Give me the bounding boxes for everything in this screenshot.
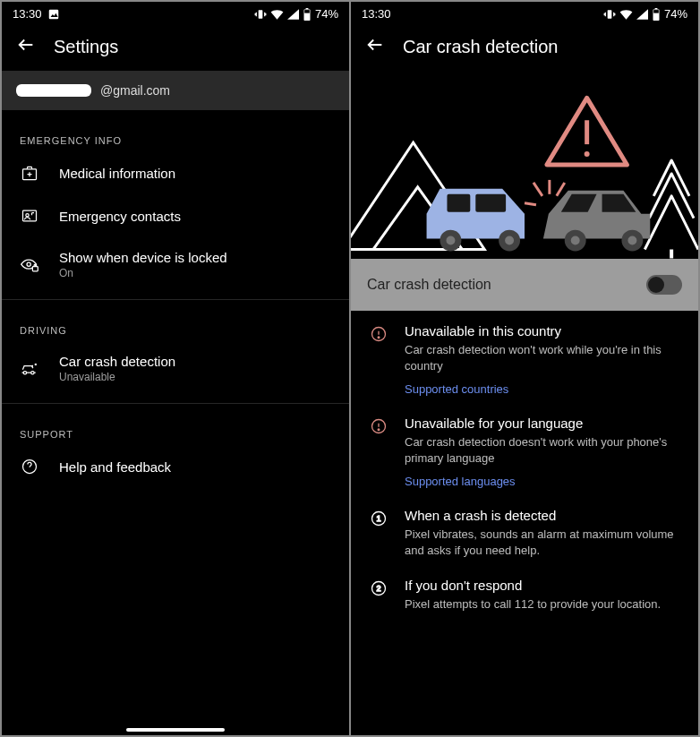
status-bar: 13:30 74% (351, 2, 698, 26)
visibility-lock-icon (20, 256, 39, 274)
wifi-icon (619, 9, 633, 20)
svg-rect-2 (259, 10, 263, 18)
detail-title: Unavailable in this country (405, 323, 680, 339)
svg-point-9 (26, 214, 29, 217)
row-label: Car crash detection (59, 354, 175, 369)
svg-rect-6 (304, 10, 310, 13)
svg-point-32 (505, 236, 514, 245)
gray-car-illustration (543, 191, 650, 252)
gesture-nav-handle[interactable] (126, 728, 225, 732)
row-label: Medical information (59, 166, 175, 181)
svg-rect-28 (475, 194, 506, 212)
section-header-driving: DRIVING (2, 300, 349, 341)
no-respond-row: 2 If you don't respond Pixel attempts to… (351, 565, 698, 620)
status-time: 13:30 (362, 7, 391, 21)
section-header-support: SUPPORT (2, 404, 349, 445)
svg-rect-11 (32, 266, 38, 270)
info-error-icon (369, 323, 388, 396)
page-title: Car crash detection (403, 37, 558, 57)
svg-point-42 (378, 429, 380, 431)
toggle-switch[interactable] (646, 275, 682, 295)
detail-title: Unavailable for your language (405, 416, 680, 431)
app-bar: Car crash detection (351, 26, 698, 71)
help-feedback-row[interactable]: Help and feedback (2, 445, 349, 488)
back-button[interactable] (365, 35, 385, 58)
unavailable-country-row: Unavailable in this country Car crash de… (351, 311, 698, 403)
info-error-icon (369, 416, 388, 488)
svg-point-22 (585, 151, 590, 157)
battery-icon (652, 8, 661, 21)
svg-rect-5 (306, 8, 309, 9)
battery-icon (303, 8, 312, 21)
crash-detected-row: 1 When a crash is detected Pixel vibrate… (351, 495, 698, 565)
detail-title: When a crash is detected (405, 508, 680, 523)
wifi-icon (270, 9, 284, 20)
detail-body: Pixel vibrates, sounds an alarm at maxim… (405, 527, 680, 558)
svg-point-13 (31, 371, 34, 373)
svg-line-25 (557, 183, 565, 196)
svg-rect-0 (48, 9, 58, 19)
unavailable-language-row: Unavailable for your language Car crash … (351, 403, 698, 495)
svg-point-10 (27, 262, 30, 266)
settings-screen: 13:30 74% Settings @gmail.com EMERGENCY … (2, 2, 349, 735)
detail-body: Pixel attempts to call 112 to provide yo… (405, 596, 680, 613)
step-1-icon: 1 (369, 508, 388, 558)
app-bar: Settings (2, 26, 349, 71)
row-label: Help and feedback (59, 459, 171, 475)
status-time: 13:30 (13, 7, 42, 21)
row-sublabel: Unavailable (59, 371, 175, 383)
detail-title: If you don't respond (405, 578, 680, 593)
svg-rect-15 (608, 10, 612, 18)
image-icon (47, 8, 60, 21)
svg-point-30 (446, 236, 455, 245)
emergency-contacts-row[interactable]: Emergency contacts (2, 194, 349, 237)
back-button[interactable] (16, 35, 36, 58)
section-header-emergency: EMERGENCY INFO (2, 110, 349, 151)
svg-rect-19 (653, 10, 659, 13)
supported-languages-link[interactable]: Supported languages (405, 475, 680, 488)
contacts-icon (20, 207, 39, 225)
svg-rect-27 (447, 194, 470, 212)
arrow-back-icon (365, 35, 385, 55)
blue-car-illustration (427, 189, 525, 252)
medical-icon (20, 164, 39, 182)
detail-body: Car crash detection won't work while you… (405, 342, 680, 373)
svg-point-12 (23, 371, 26, 373)
svg-point-39 (378, 337, 380, 339)
page-title: Settings (54, 37, 118, 57)
show-when-locked-row[interactable]: Show when device is locked On (2, 237, 349, 292)
svg-rect-18 (655, 8, 658, 9)
svg-point-34 (571, 236, 580, 245)
row-label: Emergency contacts (59, 209, 181, 224)
svg-line-23 (534, 183, 542, 196)
signal-icon (636, 9, 648, 20)
vibrate-icon (603, 8, 616, 21)
toggle-label: Car crash detection (367, 277, 491, 293)
car-crash-detection-row[interactable]: Car crash detection Unavailable (2, 341, 349, 396)
svg-text:2: 2 (376, 585, 380, 594)
medical-information-row[interactable]: Medical information (2, 151, 349, 194)
row-sublabel: On (59, 267, 227, 279)
vibrate-icon (254, 8, 267, 21)
step-2-icon: 2 (369, 578, 388, 613)
car-crash-icon (20, 360, 39, 378)
account-suffix: @gmail.com (100, 83, 170, 98)
status-bar: 13:30 74% (2, 2, 349, 26)
account-name-redacted (16, 84, 91, 97)
master-toggle-row[interactable]: Car crash detection (351, 259, 698, 311)
car-crash-detection-screen: 13:30 74% Car crash detection (351, 2, 698, 735)
svg-text:1: 1 (376, 515, 380, 524)
svg-point-36 (627, 236, 636, 245)
account-row[interactable]: @gmail.com (2, 71, 349, 110)
svg-marker-3 (287, 9, 299, 20)
status-battery: 74% (664, 7, 687, 21)
supported-countries-link[interactable]: Supported countries (405, 382, 680, 396)
hero-illustration (351, 71, 698, 259)
detail-body: Car crash detection doesn't work with yo… (405, 434, 680, 466)
status-battery: 74% (315, 7, 338, 21)
signal-icon (287, 9, 299, 20)
svg-line-26 (525, 203, 536, 205)
arrow-back-icon (16, 35, 36, 55)
help-icon (20, 458, 39, 476)
row-label: Show when device is locked (59, 250, 227, 265)
